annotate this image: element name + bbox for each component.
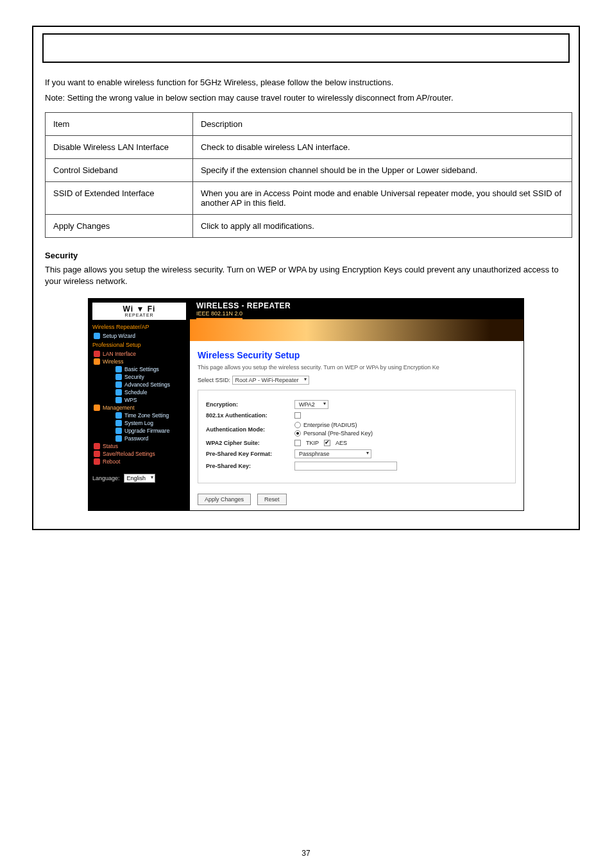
cell-item: Control Sideband bbox=[46, 159, 193, 182]
cell-desc: Check to disable wireless LAN interface. bbox=[192, 136, 572, 159]
logo-sub: REPEATER bbox=[94, 313, 185, 317]
content-area: Wireless Security Setup This page allows… bbox=[190, 341, 523, 510]
language-row: Language: English bbox=[92, 474, 186, 483]
logo-title: Wi ▼ Fi bbox=[94, 305, 185, 313]
sidebar-item-label: Reboot bbox=[103, 458, 120, 465]
page-title: Wireless Security Setup bbox=[198, 350, 516, 360]
encryption-select[interactable]: WPA2 bbox=[294, 400, 328, 409]
cell-item: SSID of Extended Interface bbox=[46, 182, 193, 215]
sidebar-item-password[interactable]: Password bbox=[92, 435, 186, 442]
sidebar-item-lan[interactable]: LAN Interface bbox=[92, 351, 186, 357]
sidebar-item-label: Schedule bbox=[124, 389, 147, 396]
cell-item: Apply Changes bbox=[46, 215, 193, 238]
sidebar-item-schedule[interactable]: Schedule bbox=[92, 389, 186, 396]
psk-row: Pre-Shared Key: bbox=[206, 462, 507, 471]
button-row: Apply Changes Reset bbox=[198, 494, 516, 505]
cell-desc: Click to apply all modifications. bbox=[192, 215, 572, 238]
sidebar-item-basic-settings[interactable]: Basic Settings bbox=[92, 366, 186, 372]
sidebar-item-label: Time Zone Setting bbox=[124, 412, 169, 419]
bullet-icon bbox=[94, 443, 100, 449]
psk-label: Pre-Shared Key: bbox=[206, 463, 289, 469]
header-subtitle: IEEE 802.11N 2.0 bbox=[196, 310, 242, 319]
sidebar-item-advanced[interactable]: Advanced Settings bbox=[92, 381, 186, 388]
encryption-row: Encryption: WPA2 bbox=[206, 400, 507, 409]
cipher-option-label: AES bbox=[336, 440, 347, 446]
sidebar-item-label: Security bbox=[124, 374, 144, 380]
table-row: Apply Changes Click to apply all modific… bbox=[46, 215, 572, 238]
bullet-icon bbox=[94, 405, 100, 411]
sidebar-item-systemlog[interactable]: System Log bbox=[92, 420, 186, 426]
sidebar-item-label: Upgrade Firmware bbox=[124, 428, 169, 434]
settings-table: Item Description Disable Wireless LAN In… bbox=[45, 112, 572, 238]
header-banner bbox=[190, 319, 523, 341]
cipher-label: WPA2 Cipher Suite: bbox=[206, 440, 289, 446]
sidebar-item-label: Save/Reload Settings bbox=[103, 451, 155, 457]
sidebar-item-label: Advanced Settings bbox=[124, 381, 170, 388]
authmode-radio-personal[interactable] bbox=[294, 430, 301, 437]
sidebar-item-label: Status bbox=[103, 443, 118, 449]
sidebar-item-security[interactable]: Security bbox=[92, 374, 186, 380]
table-row: Disable Wireless LAN Interface Check to … bbox=[46, 136, 572, 159]
bullet-icon bbox=[115, 428, 122, 434]
dot1x-label: 802.1x Authentication: bbox=[206, 412, 289, 419]
sidebar-item-setup-wizard[interactable]: Setup Wizard bbox=[92, 333, 186, 339]
header-bar: WIRELESS - REPEATER IEEE 802.11N 2.0 bbox=[190, 299, 523, 319]
sidebar-item-savereload[interactable]: Save/Reload Settings bbox=[92, 451, 186, 457]
authmode-option-label: Personal (Pre-Shared Key) bbox=[303, 430, 373, 437]
bullet-icon bbox=[94, 451, 100, 457]
authmode-options: Enterprise (RADIUS) Personal (Pre-Shared… bbox=[294, 422, 373, 437]
dot1x-row: 802.1x Authentication: bbox=[206, 412, 507, 419]
table-row: Control Sideband Specify if the extensio… bbox=[46, 159, 572, 182]
page-number: 37 bbox=[0, 849, 612, 858]
sidebar-item-wireless[interactable]: Wireless bbox=[92, 358, 186, 365]
sidebar-item-upgrade[interactable]: Upgrade Firmware bbox=[92, 428, 186, 434]
pskformat-row: Pre-Shared Key Format: Passphrase bbox=[206, 449, 507, 458]
intro-block: If you want to enable wireless function … bbox=[45, 77, 567, 103]
authmode-label: Authentication Mode: bbox=[206, 426, 289, 433]
table-row: Item Description bbox=[46, 113, 572, 136]
sidebar-item-label: WPS bbox=[124, 397, 137, 403]
language-select[interactable]: English bbox=[124, 474, 156, 483]
security-section-title: Security bbox=[45, 251, 567, 260]
cipher-checkbox-tkip[interactable] bbox=[294, 440, 301, 446]
sidebar-item-wps[interactable]: WPS bbox=[92, 397, 186, 403]
sidebar-item-management[interactable]: Management bbox=[92, 405, 186, 411]
bullet-icon bbox=[115, 389, 122, 396]
cell-desc: When you are in Access Point mode and en… bbox=[192, 182, 572, 215]
bullet-icon bbox=[94, 351, 100, 357]
bullet-icon bbox=[115, 420, 122, 426]
pskformat-select[interactable]: Passphrase bbox=[294, 449, 371, 458]
cell-item: Disable Wireless LAN Interface bbox=[46, 136, 193, 159]
ssid-row: Select SSID: Root AP - WiFi-Repeater bbox=[198, 376, 516, 385]
cipher-row: WPA2 Cipher Suite: TKIP AES bbox=[206, 440, 507, 446]
authmode-radio-enterprise[interactable] bbox=[294, 422, 301, 428]
pskformat-label: Pre-Shared Key Format: bbox=[206, 451, 289, 457]
top-rule-box bbox=[42, 33, 570, 63]
sidebar-item-label: Setup Wizard bbox=[103, 333, 135, 339]
main-panel: WIRELESS - REPEATER IEEE 802.11N 2.0 Wir… bbox=[190, 299, 523, 510]
apply-changes-button[interactable]: Apply Changes bbox=[198, 494, 251, 505]
page-description: This page allows you setup the wireless … bbox=[198, 364, 516, 371]
psk-input[interactable] bbox=[294, 462, 397, 471]
bullet-icon bbox=[115, 397, 122, 403]
router-screenshot: Wi ▼ Fi REPEATER Wireless Repeater/AP Se… bbox=[88, 298, 524, 511]
sidebar-item-status[interactable]: Status bbox=[92, 443, 186, 449]
intro-line-2: Note: Setting the wrong value in below s… bbox=[45, 92, 567, 104]
dot1x-checkbox[interactable] bbox=[294, 412, 301, 419]
cipher-checkbox-aes[interactable] bbox=[324, 440, 330, 446]
ssid-select[interactable]: Root AP - WiFi-Repeater bbox=[232, 376, 310, 385]
sidebar-item-label: LAN Interface bbox=[103, 351, 136, 357]
table-row: SSID of Extended Interface When you are … bbox=[46, 182, 572, 215]
sidebar-item-timezone[interactable]: Time Zone Setting bbox=[92, 412, 186, 419]
security-section-text: This page allows you setup the wireless … bbox=[45, 264, 567, 287]
sidebar-subheader: Professional Setup bbox=[92, 342, 186, 348]
reset-button[interactable]: Reset bbox=[257, 494, 287, 505]
authmode-option-label: Enterprise (RADIUS) bbox=[303, 422, 357, 428]
sidebar-item-reboot[interactable]: Reboot bbox=[92, 458, 186, 465]
bullet-icon bbox=[115, 366, 122, 372]
bullet-icon bbox=[115, 381, 122, 388]
cell-desc: Specify if the extension channel should … bbox=[192, 159, 572, 182]
sidebar-item-label: Management bbox=[103, 405, 135, 411]
bullet-icon bbox=[115, 435, 122, 442]
sidebar-item-label: Wireless bbox=[103, 358, 124, 365]
